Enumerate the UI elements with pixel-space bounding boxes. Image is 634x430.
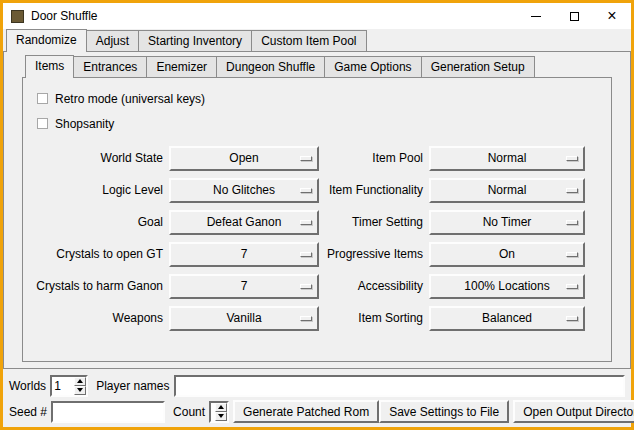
menu-indicator-icon xyxy=(300,220,312,225)
dropdown-value: 7 xyxy=(241,247,248,261)
down-arrow-icon xyxy=(77,388,83,392)
randomize-tab-pane: Items Entrances Enemizer Dungeon Shuffle… xyxy=(3,51,631,369)
tab-randomize[interactable]: Randomize xyxy=(6,29,87,52)
down-arrow-icon xyxy=(218,414,224,418)
generate-patched-rom-button[interactable]: Generate Patched Rom xyxy=(233,400,379,423)
logic-level-dropdown[interactable]: No Glitches xyxy=(169,178,319,203)
dropdown-value: On xyxy=(499,247,515,261)
save-settings-button[interactable]: Save Settings to File xyxy=(379,400,509,423)
dropdown-value: 100% Locations xyxy=(464,279,549,293)
menu-indicator-icon xyxy=(300,188,312,193)
form-row: Logic Level No Glitches Item Functionali… xyxy=(29,174,605,206)
item-pool-label: Item Pool xyxy=(319,151,429,165)
shopsanity-label: Shopsanity xyxy=(55,117,114,131)
form-row: Crystals to open GT 7 Progressive Items … xyxy=(29,238,605,270)
tab-game-options[interactable]: Game Options xyxy=(324,56,421,77)
crystals-gt-label: Crystals to open GT xyxy=(29,247,169,261)
accessibility-label: Accessibility xyxy=(319,279,429,293)
dropdown-value: Open xyxy=(229,151,258,165)
close-icon: × xyxy=(607,11,616,21)
retro-mode-row: Retro mode (universal keys) xyxy=(37,86,605,111)
retro-mode-label: Retro mode (universal keys) xyxy=(55,92,205,106)
settings-form: World State Open Item Pool Normal xyxy=(29,142,605,334)
player-names-input[interactable] xyxy=(174,375,626,397)
item-functionality-dropdown[interactable]: Normal xyxy=(429,178,585,203)
worlds-down-button[interactable] xyxy=(74,386,86,395)
weapons-label: Weapons xyxy=(29,311,169,325)
goal-label: Goal xyxy=(29,215,169,229)
dropdown-value: Vanilla xyxy=(226,311,261,325)
count-label: Count xyxy=(173,405,205,419)
count-down-button[interactable] xyxy=(215,412,227,421)
items-tab-pane: Retro mode (universal keys) Shopsanity W… xyxy=(22,77,612,362)
progressive-items-dropdown[interactable]: On xyxy=(429,242,585,267)
menu-indicator-icon xyxy=(300,284,312,289)
worlds-input[interactable] xyxy=(52,377,74,395)
menu-indicator-icon xyxy=(300,252,312,257)
goal-dropdown[interactable]: Defeat Ganon xyxy=(169,210,319,235)
item-pool-dropdown[interactable]: Normal xyxy=(429,146,585,171)
worlds-row: Worlds Player names xyxy=(9,374,625,397)
maximize-icon xyxy=(570,12,579,21)
dropdown-value: No Timer xyxy=(483,215,532,229)
retro-mode-checkbox[interactable] xyxy=(37,93,48,104)
tab-entrances[interactable]: Entrances xyxy=(73,56,147,77)
tab-generation-setup[interactable]: Generation Setup xyxy=(421,56,535,77)
count-up-button[interactable] xyxy=(215,403,227,412)
crystals-ganon-dropdown[interactable]: 7 xyxy=(169,274,319,299)
tab-adjust[interactable]: Adjust xyxy=(86,30,139,51)
titlebar[interactable]: Door Shuffle × xyxy=(3,3,631,29)
timer-setting-label: Timer Setting xyxy=(319,215,429,229)
worlds-up-button[interactable] xyxy=(74,377,86,386)
bottom-bar: Worlds Player names Seed # Count xyxy=(3,369,631,427)
dropdown-value: Defeat Ganon xyxy=(207,215,282,229)
item-sorting-label: Item Sorting xyxy=(319,311,429,325)
form-row: Goal Defeat Ganon Timer Setting No Timer xyxy=(29,206,605,238)
timer-setting-dropdown[interactable]: No Timer xyxy=(429,210,585,235)
form-row: Crystals to harm Ganon 7 Accessibility 1… xyxy=(29,270,605,302)
world-state-dropdown[interactable]: Open xyxy=(169,146,319,171)
dropdown-value: No Glitches xyxy=(213,183,275,197)
window-title: Door Shuffle xyxy=(31,9,98,23)
settings-notebook: Items Entrances Enemizer Dungeon Shuffle… xyxy=(22,55,612,362)
minimize-icon xyxy=(531,16,541,17)
worlds-spinner[interactable] xyxy=(50,375,88,397)
open-output-directory-button[interactable]: Open Output Directory xyxy=(513,400,634,423)
worlds-label: Worlds xyxy=(9,379,46,393)
menu-indicator-icon xyxy=(300,156,312,161)
tab-enemizer[interactable]: Enemizer xyxy=(146,56,217,77)
count-spinner[interactable] xyxy=(209,401,229,423)
dropdown-value: Normal xyxy=(488,151,527,165)
menu-indicator-icon xyxy=(300,316,312,321)
shopsanity-checkbox[interactable] xyxy=(37,118,48,129)
menu-indicator-icon xyxy=(566,252,578,257)
world-state-label: World State xyxy=(29,151,169,165)
tab-dungeon-shuffle[interactable]: Dungeon Shuffle xyxy=(216,56,325,77)
maximize-button[interactable] xyxy=(555,3,593,29)
logic-level-label: Logic Level xyxy=(29,183,169,197)
crystals-gt-dropdown[interactable]: 7 xyxy=(169,242,319,267)
crystals-ganon-label: Crystals to harm Ganon xyxy=(29,279,169,293)
item-sorting-dropdown[interactable]: Balanced xyxy=(429,306,585,331)
progressive-items-label: Progressive Items xyxy=(319,247,429,261)
tab-items[interactable]: Items xyxy=(25,55,74,78)
seed-input[interactable] xyxy=(51,401,165,423)
menu-indicator-icon xyxy=(566,156,578,161)
minimize-button[interactable] xyxy=(517,3,555,29)
seed-row: Seed # Count Generate Patched Rom Save S… xyxy=(9,400,625,423)
weapons-dropdown[interactable]: Vanilla xyxy=(169,306,319,331)
window-content: Randomize Adjust Starting Inventory Cust… xyxy=(3,29,631,427)
close-button[interactable]: × xyxy=(593,3,631,29)
form-row: World State Open Item Pool Normal xyxy=(29,142,605,174)
menu-indicator-icon xyxy=(566,220,578,225)
tab-custom-item-pool[interactable]: Custom Item Pool xyxy=(251,30,366,51)
window-controls: × xyxy=(517,3,631,29)
accessibility-dropdown[interactable]: 100% Locations xyxy=(429,274,585,299)
dropdown-value: 7 xyxy=(241,279,248,293)
tab-starting-inventory[interactable]: Starting Inventory xyxy=(138,30,252,51)
menu-indicator-icon xyxy=(566,316,578,321)
item-functionality-label: Item Functionality xyxy=(319,183,429,197)
player-names-label: Player names xyxy=(96,379,169,393)
dropdown-value: Balanced xyxy=(482,311,532,325)
main-tabbar: Randomize Adjust Starting Inventory Cust… xyxy=(3,29,631,51)
